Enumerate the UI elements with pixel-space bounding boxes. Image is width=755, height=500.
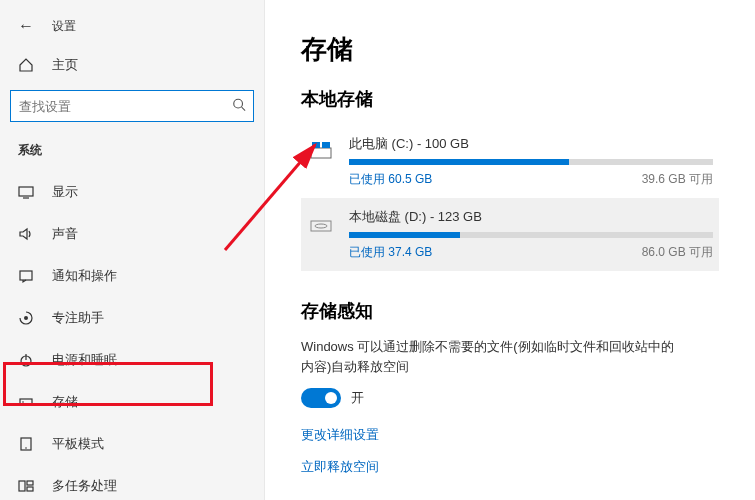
svg-point-5 (24, 316, 28, 320)
toggle-knob (325, 392, 337, 404)
drive-d-used: 已使用 37.4 GB (349, 244, 432, 261)
link-free-now[interactable]: 立即释放空间 (301, 458, 719, 476)
nav-label: 显示 (52, 183, 78, 201)
back-arrow-icon[interactable]: ← (18, 17, 34, 35)
drive-c-used: 已使用 60.5 GB (349, 171, 432, 188)
sidebar-item-multitask[interactable]: 多任务处理 (0, 465, 264, 500)
sound-icon (18, 226, 34, 242)
page-title: 存储 (301, 32, 719, 67)
storage-sense-desc: Windows 可以通过删除不需要的文件(例如临时文件和回收站中的内容)自动释放… (301, 337, 681, 376)
storage-sense-heading: 存储感知 (301, 299, 719, 323)
storage-sense-toggle[interactable] (301, 388, 341, 408)
drive-c-icon (307, 137, 335, 165)
sidebar-item-display[interactable]: 显示 (0, 171, 264, 213)
focus-icon (18, 310, 34, 326)
nav-label: 多任务处理 (52, 477, 117, 495)
drive-c-free: 39.6 GB 可用 (642, 171, 713, 188)
local-storage-heading: 本地存储 (301, 87, 719, 111)
svg-rect-2 (19, 187, 33, 196)
home-icon (18, 57, 34, 73)
nav-label: 通知和操作 (52, 267, 117, 285)
home-label: 主页 (52, 56, 78, 74)
sidebar-item-notifications[interactable]: 通知和操作 (0, 255, 264, 297)
power-icon (18, 352, 34, 368)
display-icon (18, 184, 34, 200)
sidebar: ← 设置 主页 系统 显示 声音 通知和操作 专注助手 电源和睡眠 (0, 0, 265, 500)
main-content: 存储 本地存储 此电脑 (C:) - 100 GB 已使用 60.5 GB 39… (265, 0, 755, 500)
drive-c-content: 此电脑 (C:) - 100 GB 已使用 60.5 GB 39.6 GB 可用 (349, 135, 713, 188)
svg-rect-4 (20, 271, 32, 280)
sidebar-item-storage[interactable]: 存储 (0, 381, 264, 423)
settings-title: 设置 (52, 18, 76, 35)
drive-d-stat: 已使用 37.4 GB 86.0 GB 可用 (349, 244, 713, 261)
svg-rect-8 (20, 399, 32, 405)
drive-row-c[interactable]: 此电脑 (C:) - 100 GB 已使用 60.5 GB 39.6 GB 可用 (301, 125, 719, 198)
nav-label: 声音 (52, 225, 78, 243)
section-label: 系统 (0, 134, 264, 171)
drive-d-title: 本地磁盘 (D:) - 123 GB (349, 208, 713, 226)
toggle-row: 开 (301, 388, 719, 408)
svg-point-11 (25, 447, 27, 449)
sidebar-item-tablet[interactable]: 平板模式 (0, 423, 264, 465)
sidebar-item-focus[interactable]: 专注助手 (0, 297, 264, 339)
nav-label: 专注助手 (52, 309, 104, 327)
drive-c-bar (349, 159, 713, 165)
drive-c-title: 此电脑 (C:) - 100 GB (349, 135, 713, 153)
svg-rect-16 (312, 142, 320, 148)
header-row: ← 设置 (0, 8, 264, 44)
notifications-icon (18, 268, 34, 284)
svg-point-19 (315, 224, 327, 228)
drive-d-content: 本地磁盘 (D:) - 123 GB 已使用 37.4 GB 86.0 GB 可… (349, 208, 713, 261)
nav-label: 电源和睡眠 (52, 351, 117, 369)
drive-d-bar (349, 232, 713, 238)
sidebar-item-sound[interactable]: 声音 (0, 213, 264, 255)
search-icon (232, 98, 246, 115)
nav-label: 平板模式 (52, 435, 104, 453)
svg-rect-15 (311, 148, 331, 158)
drive-d-free: 86.0 GB 可用 (642, 244, 713, 261)
drive-c-stat: 已使用 60.5 GB 39.6 GB 可用 (349, 171, 713, 188)
multitask-icon (18, 478, 34, 494)
home-button[interactable]: 主页 (0, 44, 264, 86)
svg-rect-18 (311, 221, 331, 231)
svg-rect-17 (322, 142, 330, 148)
search-wrap (10, 90, 254, 122)
storage-icon (18, 394, 34, 410)
drive-c-bar-fill (349, 159, 569, 165)
toggle-label: 开 (351, 389, 364, 407)
drive-row-d[interactable]: 本地磁盘 (D:) - 123 GB 已使用 37.4 GB 86.0 GB 可… (301, 198, 719, 271)
link-change-settings[interactable]: 更改详细设置 (301, 426, 719, 444)
drive-d-bar-fill (349, 232, 460, 238)
sidebar-item-power[interactable]: 电源和睡眠 (0, 339, 264, 381)
svg-point-0 (234, 99, 243, 108)
nav-label: 存储 (52, 393, 78, 411)
svg-rect-14 (27, 487, 33, 491)
search-input[interactable] (10, 90, 254, 122)
svg-point-9 (22, 401, 24, 403)
tablet-icon (18, 436, 34, 452)
svg-line-1 (242, 107, 246, 111)
drive-d-icon (307, 210, 335, 238)
svg-rect-13 (27, 481, 33, 485)
svg-rect-12 (19, 481, 25, 491)
